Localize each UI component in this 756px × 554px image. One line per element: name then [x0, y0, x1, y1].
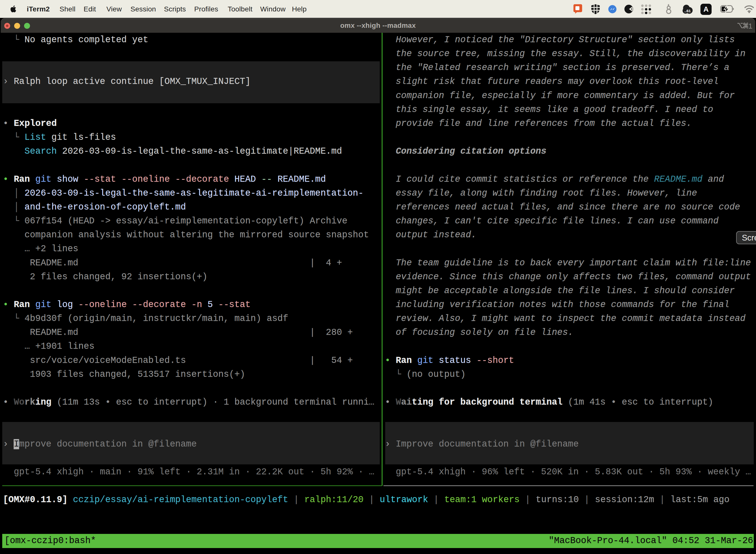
svg-text:..61: ..61	[684, 9, 691, 13]
